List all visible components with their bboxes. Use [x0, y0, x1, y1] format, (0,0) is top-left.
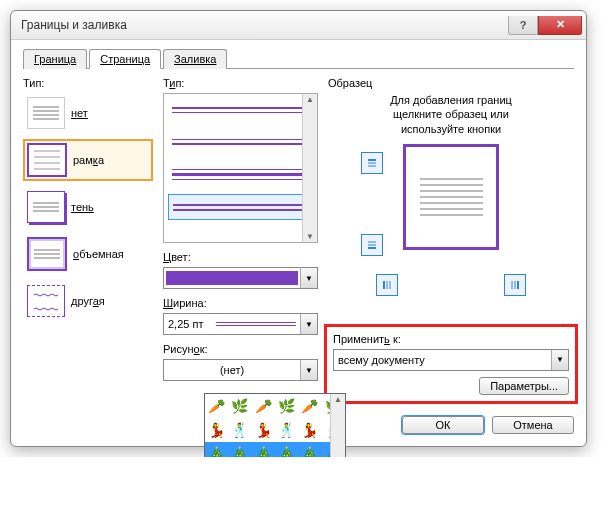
preset-frame[interactable]: рамка — [23, 139, 153, 181]
preset-frame-icon — [27, 143, 67, 177]
preset-other-label: другая — [71, 295, 105, 307]
apply-to-arrow-icon[interactable]: ▼ — [551, 350, 568, 370]
picture-dropdown-popup[interactable]: 🥕🌿 🥕🌿 🥕🌿 💃🕺💃 🕺💃🕺 🎄🎄 🎄🎄 🎄🎄 🌲🌲 🌲🌲 🌲🌲 🌴🌴 🌴🌴… — [204, 393, 346, 457]
preset-none-label: нет — [71, 107, 88, 119]
style-option-3[interactable] — [168, 162, 313, 186]
picture-value: (нет) — [164, 364, 300, 376]
width-label: Ширина: — [163, 297, 318, 309]
style-list[interactable]: ▲ ▼ — [163, 93, 318, 243]
edge-toggle-left[interactable] — [376, 274, 398, 296]
preset-shadow[interactable]: тень — [23, 187, 153, 227]
edge-toggle-top[interactable] — [361, 152, 383, 174]
color-dropdown-arrow-icon[interactable]: ▼ — [300, 268, 317, 288]
tab-strip: Граница Страница Заливка — [23, 48, 574, 69]
sample-label: Образец — [328, 77, 574, 89]
edge-toggle-bottom[interactable] — [361, 234, 383, 256]
tab-page[interactable]: Страница — [89, 49, 161, 69]
color-dropdown[interactable]: ▼ — [163, 267, 318, 289]
apply-to-block: Применить к: всему документу ▼ Параметры… — [324, 324, 578, 404]
preset-shadow-icon — [27, 191, 65, 223]
picture-popup-scrollbar[interactable]: ▲ ▼ — [330, 394, 345, 457]
picture-dropdown-arrow-icon[interactable]: ▼ — [300, 360, 317, 380]
picture-option-trees-selected[interactable]: 🎄🎄 🎄🎄 🎄🎄 — [205, 442, 345, 457]
color-swatch — [166, 271, 298, 285]
scroll-down-icon[interactable]: ▼ — [305, 231, 315, 242]
ok-button[interactable]: ОК — [402, 416, 484, 434]
tab-fill[interactable]: Заливка — [163, 49, 227, 69]
preset-other-icon — [27, 285, 65, 317]
width-dropdown-arrow-icon[interactable]: ▼ — [300, 314, 317, 334]
preview-area — [361, 144, 541, 264]
color-label: Цвет: — [163, 251, 318, 263]
preset-volume[interactable]: объемная — [23, 233, 153, 275]
width-dropdown[interactable]: 2,25 пт ▼ — [163, 313, 318, 335]
help-button[interactable]: ? — [508, 16, 538, 35]
tab-border[interactable]: Граница — [23, 49, 87, 69]
column-style: Тип: ▲ ▼ — [163, 77, 318, 404]
preset-shadow-label: тень — [71, 201, 94, 213]
scroll-up-icon[interactable]: ▲ — [305, 94, 315, 105]
width-value: 2,25 пт — [164, 318, 212, 330]
picture-label: Рисунок: — [163, 343, 318, 355]
style-option-2[interactable] — [168, 130, 313, 154]
apply-to-dropdown[interactable]: всему документу ▼ — [333, 349, 569, 371]
column-type-presets: Тип: нет рамка — [23, 77, 153, 404]
picture-option-carrots[interactable]: 🥕🌿 🥕🌿 🥕🌿 — [205, 394, 345, 418]
style-list-scrollbar[interactable]: ▲ ▼ — [302, 94, 317, 242]
edge-toggle-right[interactable] — [504, 274, 526, 296]
width-preview-lines — [216, 322, 296, 326]
apply-to-label: Применить к: — [333, 333, 569, 345]
apply-to-value: всему документу — [334, 354, 551, 366]
preset-volume-icon — [27, 237, 67, 271]
style-type-label: Тип: — [163, 77, 318, 89]
picture-option-dancers[interactable]: 💃🕺💃 🕺💃🕺 — [205, 418, 345, 442]
picture-dropdown[interactable]: (нет) ▼ — [163, 359, 318, 381]
titlebar: Границы и заливка ? ✕ — [11, 11, 586, 40]
column-sample: Образец Для добавления границ щелкните о… — [328, 77, 574, 404]
preset-none[interactable]: нет — [23, 93, 153, 133]
window-title: Границы и заливка — [21, 18, 127, 32]
style-option-1[interactable] — [168, 98, 313, 122]
style-option-4-selected[interactable] — [168, 194, 313, 220]
preset-frame-label: рамка — [73, 154, 104, 166]
popup-scroll-up-icon[interactable]: ▲ — [333, 394, 343, 405]
preset-volume-label: объемная — [73, 248, 124, 260]
cancel-button[interactable]: Отмена — [492, 416, 574, 434]
dialog-window: Границы и заливка ? ✕ Граница Страница З… — [10, 10, 587, 447]
dialog-content: Граница Страница Заливка Тип: нет — [11, 40, 586, 446]
preset-none-icon — [27, 97, 65, 129]
page-preview[interactable] — [403, 144, 499, 250]
sample-help-text: Для добавления границ щелкните образец и… — [328, 93, 574, 136]
presets-label: Тип: — [23, 77, 153, 89]
parameters-button[interactable]: Параметры... — [479, 377, 569, 395]
preset-other[interactable]: другая — [23, 281, 153, 321]
close-button[interactable]: ✕ — [538, 16, 582, 35]
